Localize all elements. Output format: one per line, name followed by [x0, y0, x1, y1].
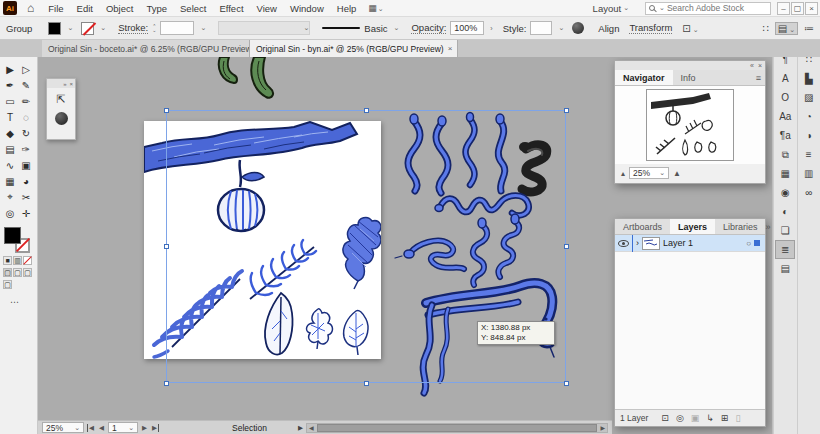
chevron-down-icon[interactable]: ⌄ [100, 24, 106, 32]
close-panel-icon[interactable]: × [758, 62, 762, 69]
artboards-panel-icon[interactable]: ❏ [775, 221, 795, 240]
chevron-down-icon[interactable]: ⌄ [200, 24, 206, 32]
locate-object-icon[interactable]: ◎ [676, 413, 684, 423]
chevron-down-icon[interactable]: ⌄ [558, 24, 564, 32]
maximize-button[interactable]: ▢ [791, 2, 804, 15]
direct-selection-tool[interactable]: ▷ [18, 61, 34, 77]
prev-artboard-button[interactable]: ◀ [98, 424, 105, 432]
blend-tool[interactable]: ∿ [2, 157, 18, 173]
export-artboard-tool[interactable]: ⇱ [56, 93, 65, 106]
layer-name[interactable]: Layer 1 [663, 238, 693, 248]
isolate-selected-icon[interactable]: ⊡⌄ [682, 23, 698, 34]
selection-handle-e[interactable] [564, 244, 569, 249]
panel-dock-icon[interactable]: ▤⌄ [775, 22, 798, 35]
zoom-out-icon[interactable]: ▴ [621, 169, 625, 178]
eyedropper-tool[interactable]: ✑ [18, 141, 34, 157]
character-styles-panel-icon[interactable]: Aa [775, 107, 795, 126]
menu-type[interactable]: Type [146, 3, 167, 14]
edit-toolbar-button[interactable]: ⋯ [10, 297, 37, 307]
document-tab-byn[interactable]: Original Sin - byn.ai* @ 25% (RGB/GPU Pr… [250, 40, 458, 57]
chevron-down-icon[interactable]: ⌄ [67, 24, 73, 32]
fill-stroke-indicator[interactable] [4, 227, 30, 253]
character-panel-icon[interactable]: A [775, 69, 795, 88]
transform-link[interactable]: Transform [629, 22, 672, 34]
draw-inside-button[interactable]: ▢ [23, 268, 32, 277]
search-input[interactable] [667, 3, 757, 13]
selection-tool[interactable]: ▶ [2, 61, 18, 77]
navigator-zoom-combo[interactable]: 25% ⌄ [629, 167, 669, 179]
zoom-in-icon[interactable]: ▲ [673, 169, 681, 178]
shape-builder-tool[interactable]: ▣ [18, 157, 34, 173]
stroke-panel-icon[interactable]: ≡ [799, 145, 819, 164]
document-tab-boceto[interactable]: Original Sin - boceto.ai* @ 6.25% (RGB/G… [42, 40, 250, 57]
draw-normal-button[interactable]: ▢ [3, 268, 12, 277]
tab-navigator[interactable]: Navigator [615, 70, 673, 85]
fill-proxy-swatch[interactable] [4, 227, 21, 244]
appearance-panel-icon[interactable]: ◉ [775, 183, 795, 202]
workspace-select[interactable]: Layout ⌄ [593, 3, 629, 14]
tab-libraries[interactable]: Libraries [715, 219, 766, 234]
graph-tool[interactable]: ◕ [18, 173, 34, 189]
artboard-tool[interactable]: ▦ [2, 173, 18, 189]
selection-handle-w[interactable] [164, 244, 169, 249]
style-select[interactable] [530, 21, 552, 35]
brush-name-label[interactable]: Basic [364, 23, 387, 34]
new-sublayer-icon[interactable]: ↳ [706, 413, 714, 423]
opacity-input[interactable]: 100% [450, 21, 484, 35]
close-tab-icon[interactable]: × [448, 44, 453, 53]
libraries-panel-icon[interactable]: ▤ [775, 259, 795, 278]
tab-info[interactable]: Info [673, 70, 704, 85]
pen-tool[interactable]: ✒ [2, 77, 18, 93]
glyphs-panel-icon[interactable]: O [775, 88, 795, 107]
none-button[interactable] [23, 256, 32, 265]
scrollbar-thumb[interactable] [317, 424, 598, 432]
gradient-button[interactable]: ▥ [13, 256, 22, 265]
status-flyout-icon[interactable]: ▶ [298, 424, 303, 432]
first-artboard-button[interactable]: ◀ [87, 424, 95, 432]
rotate-view-tool[interactable] [55, 112, 68, 125]
chevron-down-icon[interactable]: ⌄ [394, 24, 400, 32]
menu-object[interactable]: Object [106, 3, 133, 14]
recolor-artwork-icon[interactable] [572, 22, 584, 34]
curvature-tool[interactable]: ✎ [18, 77, 34, 93]
pathfinder-panel-icon[interactable]: ▙ [799, 69, 819, 88]
scissors-tool[interactable]: ✂ [18, 189, 34, 205]
tab-layers[interactable]: Layers [670, 219, 715, 234]
paintbrush-tool[interactable]: ✏ [18, 93, 34, 109]
symbols-panel-icon[interactable]: ⧉ [775, 145, 795, 164]
menu-edit[interactable]: Edit [77, 3, 93, 14]
gradient-panel-icon[interactable]: ◐ [775, 202, 795, 221]
spiral-tool[interactable]: ◎ [2, 205, 18, 221]
selection-handle-s[interactable] [364, 381, 369, 386]
layer-thumbnail[interactable] [642, 237, 660, 250]
stroke-weight-label[interactable]: Stroke: [118, 22, 148, 34]
menu-help[interactable]: Help [337, 3, 357, 14]
visibility-eye-icon[interactable] [618, 240, 629, 247]
draw-behind-button[interactable]: ▢ [13, 268, 22, 277]
selection-handle-n[interactable] [364, 108, 369, 113]
zoom-level-combo[interactable]: 25% ⌄ [42, 422, 84, 433]
selection-handle-ne[interactable] [564, 108, 569, 113]
artboard-number-combo[interactable]: 1 ⌄ [108, 422, 138, 433]
menu-view[interactable]: View [257, 3, 277, 14]
cc-libraries-panel-icon[interactable]: ∞ [799, 183, 819, 202]
delete-layer-icon[interactable]: ▯ [735, 413, 740, 423]
color-panel-icon[interactable]: ◔ [799, 107, 819, 126]
selection-handle-se[interactable] [564, 381, 569, 386]
close-icon[interactable]: × [69, 81, 73, 87]
collect-for-export-icon[interactable]: ⊡ [661, 413, 669, 423]
make-clipping-mask-icon[interactable]: ▣ [691, 413, 700, 423]
stroke-weight-stepper[interactable]: ⌃⌄ [152, 24, 156, 32]
chevron-right-icon[interactable]: › [490, 25, 492, 32]
gradient-tool[interactable]: ▤ [2, 141, 18, 157]
rectangle-tool[interactable]: ▭ [2, 93, 18, 109]
target-circle-icon[interactable]: ○ [746, 239, 751, 248]
collapse-icon[interactable]: » [63, 81, 66, 87]
swatches-panel-icon[interactable]: ▦ [775, 164, 795, 183]
home-icon[interactable]: ⌂ [27, 1, 34, 15]
eraser-tool[interactable]: ◆ [2, 125, 18, 141]
layer-row[interactable]: › Layer 1 ○ [615, 235, 765, 252]
menu-file[interactable]: File [48, 3, 63, 14]
color-button[interactable]: ■ [3, 256, 12, 265]
selection-handle-sw[interactable] [164, 381, 169, 386]
